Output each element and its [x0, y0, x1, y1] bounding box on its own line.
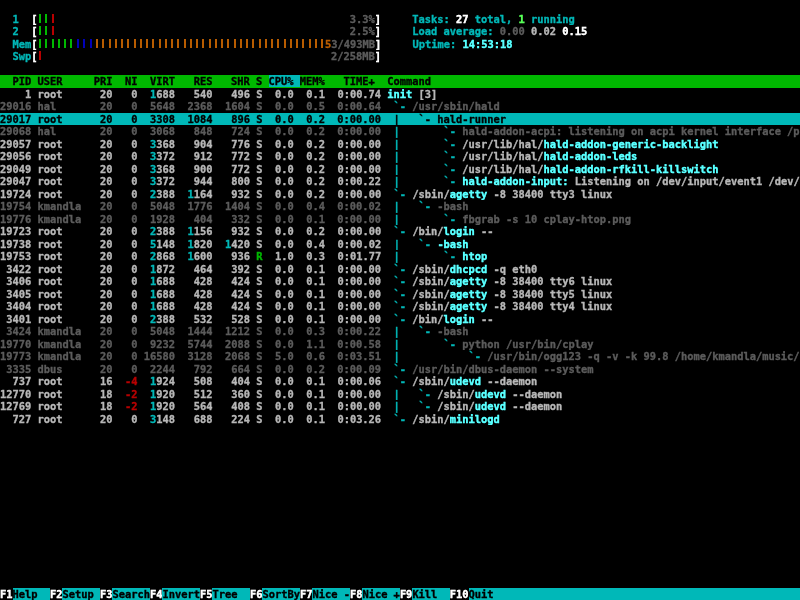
process-user: hal — [37, 100, 93, 112]
process-row-3404[interactable]: 3404 root 20 0 1688 428 424 S 0.0 0.1 0:… — [0, 300, 800, 313]
process-shr: 224 — [219, 413, 256, 425]
process-row-737[interactable]: 737 root 16 -4 1924 508 404 S 0.0 0.1 0:… — [0, 375, 800, 388]
fnkey-f9-label: Kill — [412, 588, 449, 600]
process-command: hald-runner — [437, 113, 506, 125]
process-priority: 20 — [94, 213, 119, 225]
process-mem-percent: 0.1 — [300, 313, 331, 325]
cpu1-meter-bar-g — [37, 14, 50, 23]
process-row-19773[interactable]: 19773 kmandla 20 0 16580 3128 2068 S 5.0… — [0, 350, 800, 363]
process-time: 0:00.09 — [331, 363, 387, 375]
process-row-12770[interactable]: 12770 root 18 -2 1920 512 360 S 0.0 0.1 … — [0, 388, 800, 401]
process-nice: 0 — [119, 363, 144, 375]
process-state: S — [256, 138, 269, 150]
process-time: 0:00.74 — [331, 88, 387, 100]
process-state: S — [256, 338, 269, 350]
process-row-29068[interactable]: 29068 hal 20 0 3068 848 724 S 0.0 0.2 0:… — [0, 125, 800, 138]
process-pid: 29057 — [0, 138, 37, 150]
process-res: 944 — [181, 175, 218, 187]
process-row-12769[interactable]: 12769 root 18 -2 1920 564 408 S 0.0 0.1 … — [0, 400, 800, 413]
process-nice: 0 — [119, 188, 144, 200]
process-nice: 0 — [119, 313, 144, 325]
process-priority: 20 — [94, 238, 119, 250]
process-row-19770[interactable]: 19770 kmandla 20 0 9232 5744 2088 S 0.0 … — [0, 338, 800, 351]
process-row-3422[interactable]: 3422 root 20 0 1872 464 392 S 0.0 0.1 0:… — [0, 263, 800, 276]
process-row-29016[interactable]: 29016 hal 20 0 5648 2368 1604 S 0.0 0.5 … — [0, 100, 800, 113]
process-row-19723[interactable]: 19723 root 20 0 2388 1156 932 S 0.0 0.2 … — [0, 225, 800, 238]
fnkey-f3[interactable]: F3Search — [100, 588, 150, 600]
process-virt: 388 — [156, 313, 181, 325]
process-row-29057[interactable]: 29057 root 20 0 3368 904 776 S 0.0 0.2 0… — [0, 138, 800, 151]
process-row-19724[interactable]: 19724 root 20 0 2388 1164 932 S 0.0 0.2 … — [0, 188, 800, 201]
process-state: S — [256, 225, 269, 237]
process-pid: 19723 — [0, 225, 37, 237]
fnkey-f9[interactable]: F9Kill — [400, 588, 450, 600]
process-pid: 19773 — [0, 350, 37, 362]
process-row-3424[interactable]: 3424 kmandla 20 0 5048 1444 1212 S 0.0 0… — [0, 325, 800, 338]
process-state: S — [256, 150, 269, 162]
process-res: 820 — [194, 238, 219, 250]
table-header-columns-right[interactable]: MEM% TIME+ Command — [300, 75, 431, 87]
process-virt: 388 — [156, 225, 181, 237]
process-row-19753[interactable]: 19753 root 20 0 2868 1600 936 R 1.0 0.3 … — [0, 250, 800, 263]
process-res: 540 — [181, 88, 218, 100]
process-cpu-percent: 0.0 — [269, 263, 300, 275]
process-command-basename: agetty — [450, 300, 487, 312]
process-pid: 19754 — [0, 200, 37, 212]
process-shr: 772 — [219, 150, 256, 162]
tasks-total-word: total, — [469, 13, 519, 25]
process-row-3405[interactable]: 3405 root 20 0 1688 428 424 S 0.0 0.1 0:… — [0, 288, 800, 301]
process-row-19754[interactable]: 19754 kmandla 20 0 5048 1776 1404 S 0.0 … — [0, 200, 800, 213]
process-nice: 0 — [119, 300, 144, 312]
process-row-19738[interactable]: 19738 root 20 0 5148 1820 1420 S 0.0 0.4… — [0, 238, 800, 251]
process-tree-branch: | `- — [387, 338, 462, 350]
process-row-727[interactable]: 727 root 20 0 3148 688 224 S 0.0 0.1 0:0… — [0, 413, 800, 426]
process-shr: 772 — [219, 163, 256, 175]
process-shr: 404 — [219, 375, 256, 387]
fnkey-f7[interactable]: F7Nice - — [300, 588, 350, 600]
process-nice: 0 — [119, 263, 144, 275]
process-mem-percent: 0.1 — [300, 400, 331, 412]
process-cpu-percent: 0.0 — [269, 413, 300, 425]
process-row-3406[interactable]: 3406 root 20 0 1688 428 424 S 0.0 0.1 0:… — [0, 275, 800, 288]
fnkey-f8-label: Nice + — [362, 588, 399, 600]
process-pid: 19724 — [0, 188, 37, 200]
table-header-columns[interactable]: PID USER PRI NI VIRT RES SHR S — [0, 75, 269, 87]
fnkey-f6[interactable]: F6SortBy — [250, 588, 300, 600]
fnkey-f4[interactable]: F4Invert — [150, 588, 200, 600]
process-command-args: --daemon — [506, 400, 562, 412]
fnkey-f5[interactable]: F5Tree — [200, 588, 250, 600]
process-virt: 920 — [156, 388, 181, 400]
process-cpu-percent: 0.0 — [269, 150, 300, 162]
process-pid: 737 — [0, 375, 37, 387]
process-command-path: /sbin/ — [412, 288, 449, 300]
process-command: -bash — [437, 325, 468, 337]
process-nice: 0 — [119, 350, 144, 362]
process-row-29017[interactable]: 29017 root 20 0 3308 1084 896 S 0.0 0.2 … — [0, 113, 800, 126]
process-state: S — [256, 175, 269, 187]
process-row-3401[interactable]: 3401 root 20 0 2388 532 528 S 0.0 0.1 0:… — [0, 313, 800, 326]
process-row-19776[interactable]: 19776 kmandla 20 0 1928 404 332 S 0.0 0.… — [0, 213, 800, 226]
process-row-29056[interactable]: 29056 root 20 0 3372 912 772 S 0.0 0.2 0… — [0, 150, 800, 163]
process-time: 0:00.00 — [331, 313, 387, 325]
process-row-29049[interactable]: 29049 root 20 0 3368 900 772 S 0.0 0.2 0… — [0, 163, 800, 176]
fnkey-f2[interactable]: F2Setup — [50, 588, 100, 600]
process-command-basename: hald-addon-generic-backlight — [544, 138, 719, 150]
process-nice: -4 — [119, 375, 144, 387]
fnkey-f1[interactable]: F1Help — [0, 588, 50, 600]
process-pid: 3335 — [0, 363, 37, 375]
process-virt: 3308 — [144, 113, 181, 125]
process-row-29047[interactable]: 29047 root 20 0 3372 944 800 S 0.0 0.2 0… — [0, 175, 800, 188]
process-command-basename: hald-addon-input: — [462, 175, 568, 187]
process-command-basename: -bash — [437, 238, 468, 250]
fnkey-f8[interactable]: F8Nice + — [350, 588, 400, 600]
mem-meter-bar-y — [94, 39, 325, 48]
fnkey-f10[interactable]: F10Quit — [450, 588, 506, 600]
process-command-basename: htop — [462, 250, 487, 262]
process-state: S — [256, 375, 269, 387]
process-shr: 392 — [219, 263, 256, 275]
process-user: root — [37, 163, 93, 175]
process-row-1[interactable]: 1 root 20 0 1688 540 496 S 0.0 0.1 0:00.… — [0, 88, 800, 101]
process-tree-branch: `- — [387, 300, 412, 312]
process-row-3335[interactable]: 3335 dbus 20 0 2244 792 664 S 0.0 0.2 0:… — [0, 363, 800, 376]
column-header-cpu-sort[interactable]: CPU% — [269, 75, 300, 87]
